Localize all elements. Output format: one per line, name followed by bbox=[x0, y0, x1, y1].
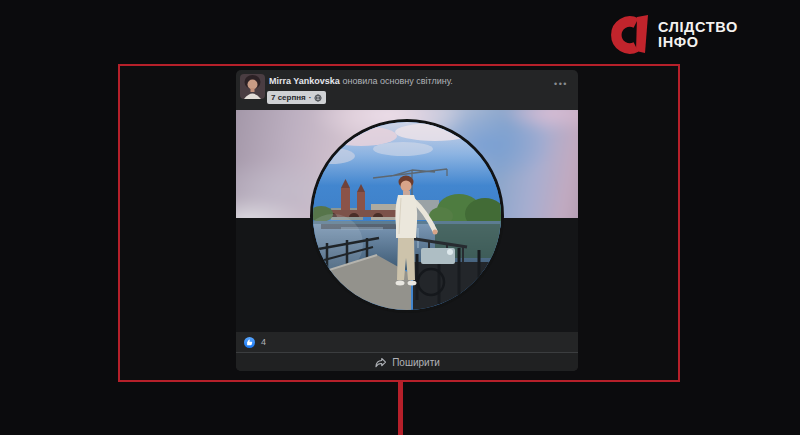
logo-wordmark: СЛІДСТВО ІНФО bbox=[658, 20, 738, 50]
si-monogram-icon bbox=[604, 15, 650, 55]
facebook-post: Mirra Yankovska оновила основну світлину… bbox=[236, 70, 578, 371]
post-action-text: оновила основну світлину. bbox=[342, 76, 452, 86]
profile-photo-riverside-scene bbox=[313, 122, 501, 310]
timestamp-chip[interactable]: 7 серпня · bbox=[267, 91, 326, 104]
avatar[interactable] bbox=[240, 74, 265, 99]
dot-separator: · bbox=[309, 93, 312, 102]
logo-line1: СЛІДСТВО bbox=[658, 20, 738, 35]
post-header: Mirra Yankovska оновила основну світлину… bbox=[236, 70, 578, 110]
callout-line bbox=[398, 381, 403, 435]
promo-graphic: { "page": { "background": "#0b0b0d", "ac… bbox=[0, 0, 800, 435]
share-label: Поширити bbox=[392, 357, 440, 368]
timestamp: 7 серпня bbox=[271, 93, 306, 102]
post-title: Mirra Yankovska оновила основну світлину… bbox=[269, 76, 453, 86]
slidstvo-info-logo: СЛІДСТВО ІНФО bbox=[604, 15, 738, 55]
post-photo-area[interactable] bbox=[236, 110, 578, 332]
author-name[interactable]: Mirra Yankovska bbox=[269, 76, 340, 86]
logo-line2: ІНФО bbox=[658, 35, 738, 50]
globe-icon bbox=[314, 94, 322, 102]
profile-photo-circle[interactable] bbox=[310, 119, 504, 313]
reactions-row[interactable]: 4 bbox=[236, 332, 578, 352]
ellipsis-icon[interactable]: ••• bbox=[554, 79, 568, 89]
share-arrow-icon bbox=[374, 356, 387, 369]
share-button[interactable]: Поширити bbox=[236, 353, 578, 371]
avatar-portrait-icon bbox=[240, 74, 265, 99]
reaction-count: 4 bbox=[261, 337, 266, 347]
thumbs-up-icon[interactable] bbox=[244, 337, 255, 348]
